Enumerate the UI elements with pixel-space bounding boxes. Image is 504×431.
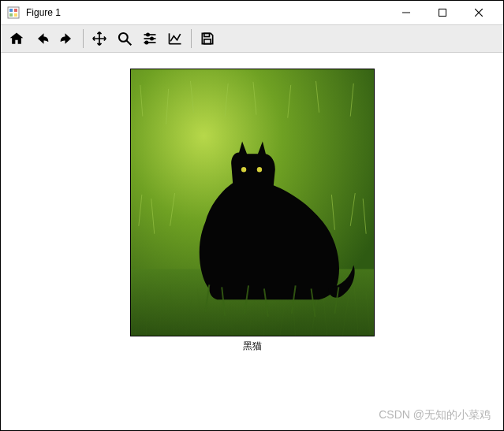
svg-point-53 — [256, 167, 261, 172]
svg-line-10 — [127, 41, 132, 46]
svg-rect-3 — [9, 13, 13, 17]
forward-button[interactable] — [55, 27, 79, 50]
window-title: Figure 1 — [26, 7, 388, 18]
figure-caption: 黑猫 — [130, 340, 375, 353]
app-icon — [7, 6, 20, 19]
figure-canvas[interactable]: 黑猫 CSDN @无知的小菜鸡 — [1, 53, 503, 430]
svg-point-14 — [151, 37, 153, 39]
svg-rect-17 — [204, 33, 210, 36]
edit-axes-button[interactable] — [163, 27, 187, 50]
svg-rect-1 — [9, 9, 13, 12]
svg-point-52 — [241, 167, 245, 172]
subplot: 黑猫 — [130, 69, 375, 353]
back-button[interactable] — [30, 27, 54, 50]
matplotlib-toolbar — [1, 24, 503, 53]
maximize-button[interactable] — [424, 1, 461, 24]
image-display — [130, 69, 375, 336]
svg-rect-2 — [14, 9, 17, 12]
figure-window: Figure 1 — [0, 0, 504, 431]
svg-rect-18 — [204, 39, 211, 44]
svg-rect-4 — [14, 13, 17, 17]
titlebar: Figure 1 — [1, 1, 503, 24]
home-button[interactable] — [5, 27, 28, 50]
svg-point-9 — [119, 33, 128, 42]
close-button[interactable] — [461, 1, 497, 24]
svg-point-16 — [145, 41, 147, 43]
toolbar-separator — [83, 29, 84, 48]
svg-rect-6 — [439, 9, 446, 17]
watermark-text: CSDN @无知的小菜鸡 — [379, 408, 491, 422]
minimize-button[interactable] — [388, 1, 424, 24]
zoom-button[interactable] — [113, 27, 136, 50]
pan-button[interactable] — [88, 27, 111, 50]
svg-point-12 — [147, 33, 149, 35]
configure-subplots-button[interactable] — [138, 27, 162, 50]
toolbar-separator — [191, 29, 192, 48]
window-controls — [388, 1, 497, 24]
save-button[interactable] — [196, 27, 219, 50]
